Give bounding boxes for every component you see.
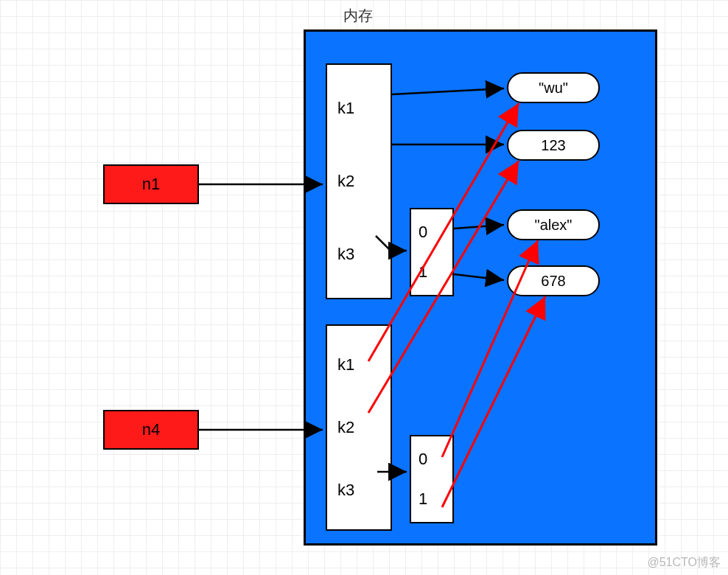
value-678: 678 bbox=[507, 265, 600, 296]
memory-title: 内存 bbox=[343, 6, 373, 26]
list1-1: 1 bbox=[419, 262, 427, 282]
dict1-k3: k3 bbox=[337, 245, 380, 264]
list-n1-k3: 0 1 bbox=[410, 208, 454, 296]
dict-n4: k1 k2 k3 bbox=[326, 324, 392, 531]
watermark: @51CTO博客 bbox=[647, 555, 721, 571]
list2-0: 0 bbox=[419, 450, 427, 469]
value-alex: "alex" bbox=[507, 209, 600, 240]
dict-n1: k1 k2 k3 bbox=[326, 63, 392, 299]
dict1-k1: k1 bbox=[337, 99, 380, 118]
value-wu: "wu" bbox=[507, 72, 600, 103]
list-n4-k3: 0 1 bbox=[410, 435, 454, 523]
value-123: 123 bbox=[507, 130, 600, 161]
list2-1: 1 bbox=[419, 489, 427, 509]
dict1-k2: k2 bbox=[337, 172, 380, 191]
var-n4: n4 bbox=[103, 410, 199, 450]
var-n1: n1 bbox=[103, 164, 199, 204]
dict2-k3: k3 bbox=[337, 481, 380, 500]
dict2-k2: k2 bbox=[337, 418, 380, 437]
list1-0: 0 bbox=[419, 223, 427, 242]
dict2-k1: k1 bbox=[337, 355, 380, 374]
